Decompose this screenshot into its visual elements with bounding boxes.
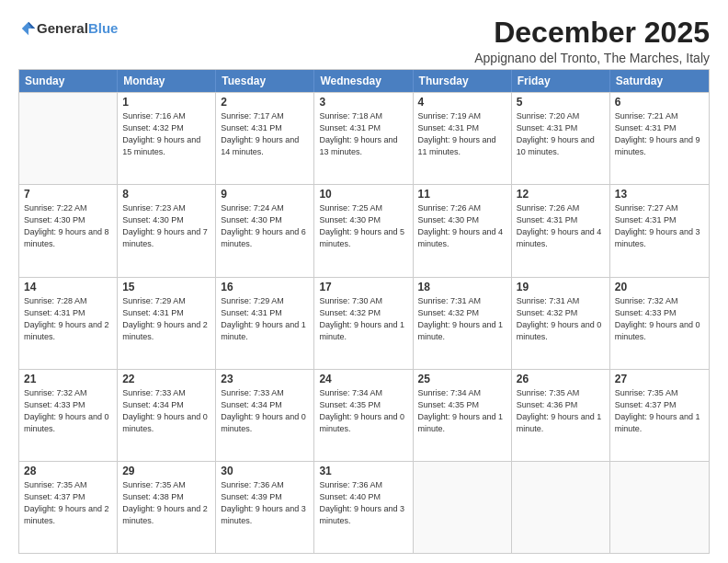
day-number: 8 (122, 188, 210, 201)
day-number: 23 (221, 373, 309, 385)
sun-info: Sunrise: 7:35 AMSunset: 4:37 PMDaylight:… (24, 479, 112, 527)
day-number: 20 (615, 281, 704, 293)
sun-info: Sunrise: 7:34 AMSunset: 4:35 PMDaylight:… (319, 387, 407, 435)
day-number: 21 (24, 373, 112, 385)
sun-info: Sunrise: 7:27 AMSunset: 4:31 PMDaylight:… (615, 202, 704, 250)
cell-4-0: 28Sunrise: 7:35 AMSunset: 4:37 PMDayligh… (19, 462, 118, 553)
logo-icon (20, 20, 37, 37)
day-number: 25 (418, 373, 506, 385)
cell-2-4: 18Sunrise: 7:31 AMSunset: 4:32 PMDayligh… (414, 278, 512, 369)
cell-2-2: 16Sunrise: 7:29 AMSunset: 4:31 PMDayligh… (216, 278, 314, 369)
sun-info: Sunrise: 7:31 AMSunset: 4:32 PMDaylight:… (418, 295, 506, 343)
day-number: 6 (615, 96, 704, 109)
cell-1-0: 7Sunrise: 7:22 AMSunset: 4:30 PMDaylight… (19, 185, 118, 276)
day-number: 26 (517, 373, 605, 385)
cell-1-5: 12Sunrise: 7:26 AMSunset: 4:31 PMDayligh… (512, 185, 610, 276)
logo-blue: Blue (88, 20, 119, 36)
sun-info: Sunrise: 7:23 AMSunset: 4:30 PMDaylight:… (122, 202, 210, 250)
cell-3-3: 24Sunrise: 7:34 AMSunset: 4:35 PMDayligh… (314, 370, 413, 461)
header-friday: Friday (512, 70, 610, 92)
cell-4-2: 30Sunrise: 7:36 AMSunset: 4:39 PMDayligh… (216, 462, 314, 553)
cell-3-6: 27Sunrise: 7:35 AMSunset: 4:37 PMDayligh… (610, 370, 709, 461)
cell-2-6: 20Sunrise: 7:32 AMSunset: 4:33 PMDayligh… (610, 278, 709, 369)
day-number: 28 (24, 465, 112, 477)
day-number: 11 (418, 188, 506, 201)
day-number: 27 (615, 373, 704, 385)
page: GeneralBlue December 2025 Appignano del … (0, 0, 728, 563)
sun-info: Sunrise: 7:22 AMSunset: 4:30 PMDaylight:… (24, 202, 112, 250)
cell-2-5: 19Sunrise: 7:31 AMSunset: 4:32 PMDayligh… (512, 278, 610, 369)
cell-0-1: 1Sunrise: 7:16 AMSunset: 4:32 PMDaylight… (118, 93, 216, 184)
title-block: December 2025 Appignano del Tronto, The … (474, 17, 710, 65)
month-title: December 2025 (474, 17, 710, 49)
sun-info: Sunrise: 7:17 AMSunset: 4:31 PMDaylight:… (221, 110, 309, 158)
sun-info: Sunrise: 7:28 AMSunset: 4:31 PMDaylight:… (24, 295, 112, 343)
header: GeneralBlue December 2025 Appignano del … (18, 17, 710, 65)
day-number: 30 (221, 465, 309, 477)
sun-info: Sunrise: 7:21 AMSunset: 4:31 PMDaylight:… (615, 110, 704, 158)
cell-2-0: 14Sunrise: 7:28 AMSunset: 4:31 PMDayligh… (19, 278, 118, 369)
sun-info: Sunrise: 7:35 AMSunset: 4:37 PMDaylight:… (615, 387, 704, 435)
sun-info: Sunrise: 7:20 AMSunset: 4:31 PMDaylight:… (517, 110, 605, 158)
day-number: 14 (24, 281, 112, 293)
header-saturday: Saturday (610, 70, 709, 92)
day-number: 3 (319, 96, 407, 109)
cell-0-0 (19, 93, 118, 184)
header-thursday: Thursday (414, 70, 512, 92)
sun-info: Sunrise: 7:33 AMSunset: 4:34 PMDaylight:… (221, 387, 309, 435)
day-number: 10 (319, 188, 407, 201)
week-row-3: 21Sunrise: 7:32 AMSunset: 4:33 PMDayligh… (19, 369, 709, 461)
cell-1-2: 9Sunrise: 7:24 AMSunset: 4:30 PMDaylight… (216, 185, 314, 276)
sun-info: Sunrise: 7:36 AMSunset: 4:40 PMDaylight:… (319, 479, 407, 527)
cell-4-3: 31Sunrise: 7:36 AMSunset: 4:40 PMDayligh… (314, 462, 413, 553)
logo: GeneralBlue (18, 20, 118, 37)
day-number: 1 (122, 96, 210, 109)
header-monday: Monday (118, 70, 216, 92)
day-number: 19 (517, 281, 605, 293)
day-number: 7 (24, 188, 112, 201)
calendar: Sunday Monday Tuesday Wednesday Thursday… (18, 69, 710, 554)
cell-0-3: 3Sunrise: 7:18 AMSunset: 4:31 PMDaylight… (314, 93, 413, 184)
cell-4-1: 29Sunrise: 7:35 AMSunset: 4:38 PMDayligh… (118, 462, 216, 553)
sun-info: Sunrise: 7:35 AMSunset: 4:38 PMDaylight:… (122, 479, 210, 527)
cell-4-5 (512, 462, 610, 553)
sun-info: Sunrise: 7:36 AMSunset: 4:39 PMDaylight:… (221, 479, 309, 527)
week-row-1: 7Sunrise: 7:22 AMSunset: 4:30 PMDaylight… (19, 184, 709, 276)
cell-0-4: 4Sunrise: 7:19 AMSunset: 4:31 PMDaylight… (414, 93, 512, 184)
cell-1-3: 10Sunrise: 7:25 AMSunset: 4:30 PMDayligh… (314, 185, 413, 276)
day-number: 4 (418, 96, 506, 109)
day-number: 18 (418, 281, 506, 293)
sun-info: Sunrise: 7:18 AMSunset: 4:31 PMDaylight:… (319, 110, 407, 158)
week-row-2: 14Sunrise: 7:28 AMSunset: 4:31 PMDayligh… (19, 277, 709, 369)
week-row-0: 1Sunrise: 7:16 AMSunset: 4:32 PMDaylight… (19, 92, 709, 184)
day-number: 29 (122, 465, 210, 477)
cell-3-1: 22Sunrise: 7:33 AMSunset: 4:34 PMDayligh… (118, 370, 216, 461)
sun-info: Sunrise: 7:16 AMSunset: 4:32 PMDaylight:… (122, 110, 210, 158)
sun-info: Sunrise: 7:26 AMSunset: 4:31 PMDaylight:… (517, 202, 605, 250)
sun-info: Sunrise: 7:30 AMSunset: 4:32 PMDaylight:… (319, 295, 407, 343)
sun-info: Sunrise: 7:31 AMSunset: 4:32 PMDaylight:… (517, 295, 605, 343)
sun-info: Sunrise: 7:19 AMSunset: 4:31 PMDaylight:… (418, 110, 506, 158)
cell-1-6: 13Sunrise: 7:27 AMSunset: 4:31 PMDayligh… (610, 185, 709, 276)
cell-4-6 (610, 462, 709, 553)
cell-0-2: 2Sunrise: 7:17 AMSunset: 4:31 PMDaylight… (216, 93, 314, 184)
cell-4-4 (414, 462, 512, 553)
day-number: 13 (615, 188, 704, 201)
day-number: 15 (122, 281, 210, 293)
day-number: 9 (221, 188, 309, 201)
sun-info: Sunrise: 7:26 AMSunset: 4:30 PMDaylight:… (418, 202, 506, 250)
cell-0-6: 6Sunrise: 7:21 AMSunset: 4:31 PMDaylight… (610, 93, 709, 184)
sun-info: Sunrise: 7:32 AMSunset: 4:33 PMDaylight:… (24, 387, 112, 435)
sun-info: Sunrise: 7:29 AMSunset: 4:31 PMDaylight:… (221, 295, 309, 343)
sun-info: Sunrise: 7:24 AMSunset: 4:30 PMDaylight:… (221, 202, 309, 250)
week-row-4: 28Sunrise: 7:35 AMSunset: 4:37 PMDayligh… (19, 461, 709, 553)
cell-2-1: 15Sunrise: 7:29 AMSunset: 4:31 PMDayligh… (118, 278, 216, 369)
cell-1-4: 11Sunrise: 7:26 AMSunset: 4:30 PMDayligh… (414, 185, 512, 276)
cell-1-1: 8Sunrise: 7:23 AMSunset: 4:30 PMDaylight… (118, 185, 216, 276)
day-number: 12 (517, 188, 605, 201)
sun-info: Sunrise: 7:34 AMSunset: 4:35 PMDaylight:… (418, 387, 506, 435)
sun-info: Sunrise: 7:25 AMSunset: 4:30 PMDaylight:… (319, 202, 407, 250)
location-title: Appignano del Tronto, The Marches, Italy (474, 51, 710, 65)
cell-0-5: 5Sunrise: 7:20 AMSunset: 4:31 PMDaylight… (512, 93, 610, 184)
day-number: 16 (221, 281, 309, 293)
